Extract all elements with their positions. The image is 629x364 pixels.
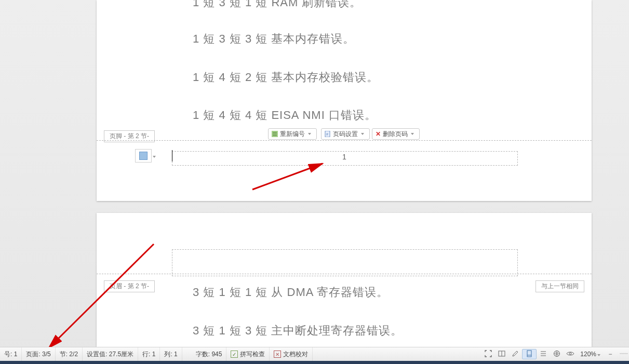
page-view-icon	[525, 349, 533, 358]
page-view-button[interactable]	[522, 349, 537, 359]
pagecode-settings-label: 页码设置	[333, 130, 358, 139]
document-page-1: 1 短 3 短 1 短 RAM 刷新错误。 1 短 3 短 3 短 基本内存错误…	[97, 0, 592, 201]
insert-footer-button[interactable]	[135, 149, 152, 163]
status-leading[interactable]: 号: 1	[0, 347, 22, 361]
annotation-arrow	[45, 241, 164, 358]
spellcheck-button[interactable]: ✓ 拼写检查	[226, 347, 270, 361]
footer-page-number[interactable]: 1	[172, 153, 517, 161]
status-section[interactable]: 节: 2/2	[56, 347, 83, 361]
footer-edit-region[interactable]: 页脚 - 第 2 节- 重新编号 # 页码设置 ✕	[97, 127, 592, 143]
page-icon	[139, 152, 148, 160]
chevron-down-icon	[153, 156, 156, 158]
paragraph: 1 短 3 短 1 短 RAM 刷新错误。	[193, 0, 362, 10]
header-content-box[interactable]	[172, 249, 518, 276]
chevron-down-icon	[411, 133, 414, 135]
taskbar-sliver	[0, 361, 629, 364]
pagecode-delete-label: 删除页码	[383, 130, 408, 139]
outline-view-button[interactable]	[537, 349, 550, 359]
svg-text:#: #	[326, 132, 328, 136]
svg-line-3	[252, 164, 323, 190]
pagecode-delete-button[interactable]: ✕ 删除页码	[372, 128, 420, 140]
header-divider	[97, 274, 592, 274]
x-icon: ✕	[274, 350, 281, 358]
header-section-tag: 页眉 - 第 2 节-	[104, 280, 155, 292]
slider-icon	[620, 349, 628, 358]
eye-view-button[interactable]	[564, 349, 577, 359]
chevron-down-icon	[361, 133, 364, 135]
paragraph: 3 短 1 短 3 短 主中断处理寄存器错误。	[193, 323, 403, 339]
outline-icon	[539, 349, 547, 358]
edit-view-button[interactable]	[508, 349, 522, 359]
pencil-icon	[511, 349, 519, 358]
minus-icon: −	[606, 350, 614, 358]
paragraph: 1 短 3 短 3 短 基本内存错误。	[193, 31, 355, 47]
status-setting[interactable]: 设置值: 27.5厘米	[83, 347, 138, 361]
footer-divider	[97, 140, 592, 141]
renumber-label: 重新编号	[280, 130, 305, 139]
chevron-down-icon	[308, 133, 311, 135]
svg-point-10	[569, 353, 571, 355]
renumber-button[interactable]: 重新编号	[268, 128, 317, 140]
web-view-button[interactable]	[550, 349, 564, 359]
zoom-value: 120%	[580, 350, 596, 358]
reading-view-button[interactable]	[495, 349, 508, 359]
status-col[interactable]: 列: 1	[160, 347, 182, 361]
same-as-previous-tag: 与上一节相同	[536, 280, 584, 292]
status-page[interactable]: 页面: 3/5	[22, 347, 55, 361]
fullscreen-icon	[484, 349, 492, 358]
svg-rect-7	[527, 350, 531, 357]
status-row[interactable]: 行: 1	[138, 347, 160, 361]
close-icon: ✕	[376, 131, 381, 137]
page-icon: #	[325, 131, 331, 137]
paragraph: 1 短 4 短 4 短 EISA NMI 口错误。	[193, 107, 377, 123]
status-words[interactable]: 字数: 945	[192, 347, 227, 361]
fullscreen-button[interactable]	[481, 349, 495, 359]
svg-line-4	[49, 244, 154, 348]
pagecode-settings-button[interactable]: # 页码设置	[321, 128, 370, 140]
spellcheck-label: 拼写检查	[240, 350, 265, 359]
eye-icon	[566, 349, 574, 358]
chevron-down-icon	[597, 354, 600, 356]
zoom-out-button[interactable]: −	[604, 350, 617, 358]
proofread-button[interactable]: ✕ 文档校对	[270, 347, 313, 361]
globe-icon	[553, 349, 561, 358]
zoom-level[interactable]: 120%	[577, 350, 604, 358]
paragraph: 1 短 4 短 2 短 基本内存校验错误。	[193, 70, 379, 85]
renumber-icon	[272, 131, 278, 137]
book-icon	[498, 349, 506, 358]
proofread-label: 文档校对	[283, 350, 308, 359]
status-bar: 号: 1 页面: 3/5 节: 2/2 设置值: 27.5厘米 行: 1 列: …	[0, 347, 629, 361]
document-page-2: 页眉 - 第 2 节- 与上一节相同 3 短 1 短 1 短 从 DMA 寄存器…	[97, 213, 592, 347]
annotation-arrow	[252, 161, 330, 194]
zoom-slider[interactable]	[617, 349, 629, 359]
check-icon: ✓	[231, 350, 238, 358]
paragraph: 3 短 1 短 1 短 从 DMA 寄存器错误。	[193, 285, 389, 300]
